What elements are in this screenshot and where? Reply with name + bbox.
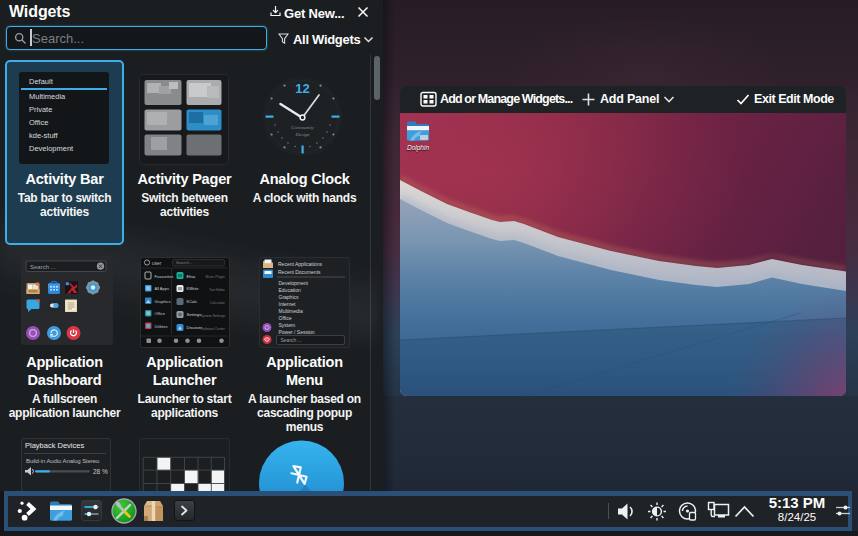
svg-text:Community: Community	[291, 125, 315, 130]
svg-text:Favourites: Favourites	[155, 274, 174, 279]
svg-text:Multimedia: Multimedia	[279, 308, 303, 314]
svg-text:Utilities: Utilities	[155, 324, 168, 329]
svg-text:Design: Design	[294, 132, 310, 137]
svg-text:Power / Session: Power / Session	[279, 329, 315, 335]
svg-text:Text Editor: Text Editor	[209, 288, 226, 292]
svg-text:user: user	[152, 261, 162, 266]
svg-text:Development: Development	[279, 280, 309, 286]
svg-text:Graphics: Graphics	[279, 294, 300, 300]
svg-text:KWrite: KWrite	[187, 286, 200, 291]
svg-text:Recent Applications: Recent Applications	[278, 261, 322, 267]
svg-text:Search...: Search...	[176, 260, 193, 265]
svg-text:Internet: Internet	[279, 301, 297, 307]
svg-text:System Settings: System Settings	[201, 314, 226, 318]
svg-text:28 %: 28 %	[93, 468, 108, 475]
svg-text:Office: Office	[279, 315, 292, 321]
svg-text:Graphics: Graphics	[155, 299, 171, 304]
svg-text:Calculator: Calculator	[210, 301, 226, 305]
svg-text:All Apps: All Apps	[155, 286, 169, 291]
svg-text:Elisa: Elisa	[187, 274, 196, 279]
svg-text:Education: Education	[279, 287, 301, 293]
svg-text:Office: Office	[155, 311, 166, 316]
svg-text:Music Player: Music Player	[206, 275, 226, 279]
svg-text:Search ...: Search ...	[281, 337, 302, 343]
svg-text:Software Center: Software Center	[201, 327, 226, 331]
svg-text:Settings: Settings	[187, 312, 201, 317]
svg-text:Search ...: Search ...	[30, 264, 56, 270]
svg-text:Recent Documents: Recent Documents	[278, 269, 321, 275]
svg-text:System: System	[279, 322, 296, 328]
svg-text:12: 12	[295, 81, 309, 96]
svg-text:KCalc: KCalc	[187, 299, 198, 304]
